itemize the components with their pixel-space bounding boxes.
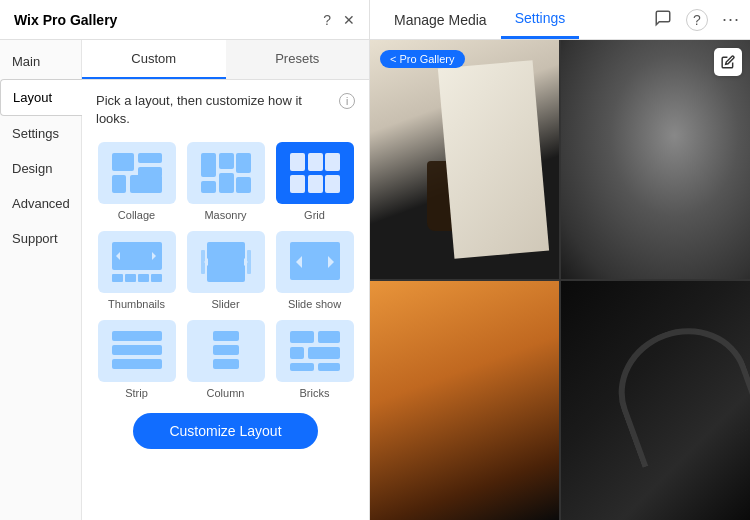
svg-rect-24 [207,242,245,282]
svg-rect-34 [112,359,162,369]
svg-rect-40 [290,347,304,359]
svg-rect-8 [201,181,216,193]
svg-rect-43 [318,363,340,371]
tab-manage-media[interactable]: Manage Media [380,2,501,38]
layout-item-strip[interactable]: Strip [96,320,177,399]
left-panel: Main Layout Settings Design Advanced [0,40,370,520]
pick-text: Pick a layout, then customize how it loo… [96,92,333,128]
left-nav: Main Layout Settings Design Advanced [0,40,82,520]
svg-rect-37 [213,359,239,369]
svg-rect-5 [201,153,216,177]
help-icon[interactable]: ? [323,12,331,28]
info-icon[interactable]: i [339,93,355,109]
svg-rect-4 [130,175,162,193]
layout-item-slider[interactable]: Slider [185,231,266,310]
comment-icon[interactable] [654,9,672,31]
layout-label-collage: Collage [118,209,155,221]
svg-rect-35 [213,331,239,341]
svg-rect-13 [325,153,340,171]
right-panel: < Pro Gallery [370,40,750,520]
svg-rect-20 [138,274,149,282]
layout-label-slider: Slider [211,298,239,310]
app-title: Wix Pro Gallery [14,12,117,28]
sub-tabs: Custom Presets [82,40,369,80]
tab-custom[interactable]: Custom [82,40,226,79]
svg-rect-39 [318,331,340,343]
layout-item-column[interactable]: Column [185,320,266,399]
svg-rect-42 [290,363,314,371]
tab-settings[interactable]: Settings [501,0,580,39]
nav-item-main[interactable]: Main [0,44,81,79]
layout-item-masonry[interactable]: Masonry [185,142,266,221]
layout-item-grid[interactable]: Grid [274,142,355,221]
nav-item-layout[interactable]: Layout [0,79,82,116]
nav-item-advanced[interactable]: Advanced [0,186,81,221]
gallery-cell-1 [370,40,559,279]
layout-label-masonry: Masonry [204,209,246,221]
svg-rect-15 [308,175,323,193]
svg-rect-21 [151,274,162,282]
content-area: Custom Presets Pick a layout, then custo… [82,40,369,520]
svg-rect-32 [112,331,162,341]
layout-label-thumbnails: Thumbnails [108,298,165,310]
nav-item-settings[interactable]: Settings [0,116,81,151]
svg-rect-11 [290,153,305,171]
wix-panel-header: Wix Pro Gallery ? ✕ [0,0,370,39]
svg-rect-33 [112,345,162,355]
svg-rect-10 [236,177,251,193]
svg-rect-19 [125,274,136,282]
layout-grid: Collage [96,142,355,399]
layout-label-strip: Strip [125,387,148,399]
layout-item-slideshow[interactable]: Slide show [274,231,355,310]
layout-label-slideshow: Slide show [288,298,341,310]
svg-rect-16 [325,175,340,193]
svg-rect-3 [112,175,126,193]
help-icon-topbar[interactable]: ? [686,9,708,31]
svg-rect-1 [138,153,162,163]
layout-item-collage[interactable]: Collage [96,142,177,221]
layout-content: Pick a layout, then customize how it loo… [82,80,369,520]
svg-rect-18 [112,274,123,282]
svg-rect-0 [112,153,134,171]
layout-label-grid: Grid [304,209,325,221]
edit-icon-button[interactable] [714,48,742,76]
svg-rect-38 [290,331,314,343]
pick-text-container: Pick a layout, then customize how it loo… [96,92,355,128]
svg-rect-6 [219,153,234,169]
top-bar: Manage Media Settings ? ··· [370,0,750,39]
svg-rect-7 [236,153,251,173]
svg-rect-41 [308,347,340,359]
layout-item-thumbnails[interactable]: Thumbnails [96,231,177,310]
layout-label-column: Column [207,387,245,399]
nav-item-support[interactable]: Support [0,221,81,256]
pro-gallery-badge[interactable]: < Pro Gallery [380,50,465,68]
gallery-cell-3 [370,281,559,520]
close-icon[interactable]: ✕ [343,12,355,28]
nav-item-design[interactable]: Design [0,151,81,186]
more-icon[interactable]: ··· [722,9,740,30]
svg-rect-36 [213,345,239,355]
svg-rect-14 [290,175,305,193]
layout-label-bricks: Bricks [300,387,330,399]
tab-presets[interactable]: Presets [226,40,370,79]
layout-item-bricks[interactable]: Bricks [274,320,355,399]
gallery-cell-4 [561,281,750,520]
customize-layout-button[interactable]: Customize Layout [133,413,317,449]
svg-rect-12 [308,153,323,171]
svg-rect-9 [219,173,234,193]
